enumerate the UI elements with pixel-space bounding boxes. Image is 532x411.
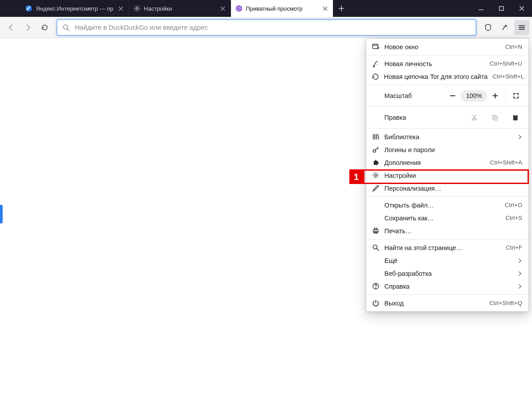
tor-icon	[235, 5, 243, 12]
tab-title: Яндекс.Интернетометр — пр	[36, 5, 113, 12]
chevron-right-icon	[518, 258, 522, 263]
chevron-right-icon	[518, 284, 522, 289]
svg-rect-38	[373, 230, 378, 232]
menu-label: Персонализация…	[384, 185, 522, 192]
menu-label: Правка	[384, 114, 466, 121]
window-maximize-button[interactable]	[491, 0, 512, 17]
print-icon	[372, 227, 379, 235]
new-tab-button[interactable]	[333, 0, 350, 17]
menu-save-as[interactable]: Сохранить как… Ctrl+S	[366, 211, 528, 224]
tab-settings[interactable]: Настройки	[129, 0, 231, 17]
menu-shortcut: Ctrl+Shift+A	[490, 159, 522, 166]
gear-icon	[133, 5, 141, 12]
back-button[interactable]	[4, 20, 19, 35]
menu-open-file[interactable]: Открыть файл… Ctrl+O	[366, 199, 528, 211]
menu-shortcut: Ctrl+F	[506, 244, 522, 251]
search-icon	[372, 244, 379, 252]
menu-new-identity[interactable]: Новая личность Ctrl+Shift+U	[366, 57, 528, 70]
puzzle-icon	[372, 159, 379, 167]
close-icon[interactable]	[117, 4, 125, 12]
reload-button[interactable]	[37, 20, 52, 35]
svg-line-42	[376, 249, 379, 251]
svg-point-23	[475, 118, 477, 120]
zoom-out-button[interactable]	[445, 89, 461, 102]
url-input[interactable]	[74, 23, 470, 31]
menu-label: Дополнения	[384, 159, 485, 166]
menu-web-developer[interactable]: Веб-разработка	[366, 267, 528, 280]
shield-button[interactable]	[481, 20, 496, 35]
svg-point-16	[503, 26, 504, 27]
svg-line-6	[135, 6, 135, 7]
menu-label: Выход	[384, 300, 485, 307]
close-icon[interactable]	[219, 4, 227, 12]
svg-point-20	[377, 64, 378, 65]
power-icon	[372, 299, 379, 307]
menu-zoom: Масштаб 100%	[366, 87, 528, 105]
menu-label: Ещё	[384, 257, 513, 264]
window-minimize-button[interactable]	[471, 0, 491, 17]
paintbrush-icon	[372, 184, 379, 192]
menu-label: Сохранить как…	[384, 215, 501, 222]
svg-point-21	[378, 62, 379, 63]
tab-title: Настройки	[144, 5, 215, 12]
svg-line-37	[377, 173, 378, 174]
paste-button[interactable]	[506, 111, 524, 124]
forward-button[interactable]	[20, 20, 35, 35]
svg-line-8	[135, 10, 135, 11]
svg-line-9	[138, 6, 139, 7]
window-close-button[interactable]	[512, 0, 532, 17]
tab-yandex[interactable]: Яндекс.Интернетометр — пр	[21, 0, 129, 17]
menu-addons[interactable]: Дополнения Ctrl+Shift+A	[366, 156, 528, 169]
tab-bar: Яндекс.Интернетометр — пр Настройки Прив…	[0, 0, 532, 17]
tab-private[interactable]: Приватный просмотр	[231, 0, 333, 17]
svg-point-29	[375, 174, 377, 176]
zoom-value[interactable]: 100%	[461, 90, 487, 102]
svg-line-7	[138, 10, 139, 11]
menu-label: Новая личность	[384, 60, 485, 67]
library-icon	[372, 133, 379, 141]
menu-find[interactable]: Найти на этой странице… Ctrl+F	[366, 241, 528, 254]
url-bar[interactable]	[57, 20, 476, 35]
svg-rect-39	[374, 228, 377, 230]
menu-customize[interactable]: Персонализация…	[366, 182, 528, 195]
speedometer-icon	[25, 5, 32, 12]
cut-button[interactable]	[466, 111, 483, 124]
menu-help[interactable]: Справка	[366, 280, 528, 293]
menu-print[interactable]: Печать…	[366, 224, 528, 237]
svg-rect-27	[514, 114, 516, 116]
menu-shortcut: Ctrl+O	[505, 202, 522, 208]
svg-point-22	[472, 118, 474, 120]
scroll-highlight	[0, 205, 3, 223]
search-icon	[63, 24, 70, 31]
menu-settings[interactable]: Настройки	[366, 169, 528, 182]
fullscreen-button[interactable]	[508, 89, 524, 102]
menu-label: Настройки	[384, 172, 522, 179]
menu-label: Библиотека	[384, 133, 513, 141]
zoom-in-button[interactable]	[487, 89, 503, 102]
svg-line-36	[373, 177, 374, 178]
menu-new-window[interactable]: Новое окно Ctrl+N	[366, 40, 528, 53]
svg-line-15	[67, 29, 69, 31]
menu-more[interactable]: Ещё	[366, 254, 528, 267]
menu-label: Новая цепочка Tor для этого сайта	[384, 73, 488, 80]
nav-toolbar	[0, 17, 532, 38]
close-icon[interactable]	[321, 4, 329, 12]
svg-rect-13	[500, 7, 504, 11]
security-level-button[interactable]	[497, 20, 512, 35]
app-menu-button[interactable]	[514, 20, 529, 35]
menu-shortcut: Ctrl+S	[505, 215, 522, 221]
broom-spark-icon	[372, 60, 379, 68]
copy-button[interactable]	[486, 111, 504, 124]
menu-label: Логины и пароли	[384, 146, 522, 153]
menu-quit[interactable]: Выход Ctrl+Shift+Q	[366, 297, 528, 309]
menu-new-tor-circuit[interactable]: Новая цепочка Tor для этого сайта Ctrl+S…	[366, 70, 528, 83]
app-menu: Новое окно Ctrl+N Новая личность Ctrl+Sh…	[366, 38, 529, 312]
svg-line-35	[377, 177, 378, 178]
menu-logins[interactable]: Логины и пароли	[366, 143, 528, 156]
menu-label: Открыть файл…	[384, 202, 500, 209]
svg-line-34	[373, 173, 374, 174]
gear-icon	[372, 172, 379, 180]
refresh-circuit-icon	[372, 73, 379, 81]
menu-label: Веб-разработка	[384, 270, 513, 277]
menu-library[interactable]: Библиотека	[366, 130, 528, 143]
